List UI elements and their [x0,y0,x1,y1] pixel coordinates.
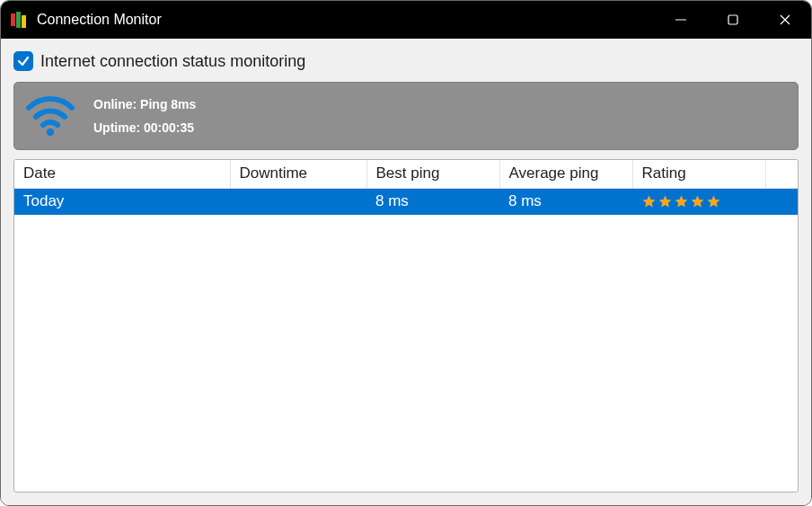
status-online-line: Online: Ping 8ms [93,97,196,111]
col-date[interactable]: Date [14,160,230,189]
col-spacer [765,160,798,189]
window-controls [655,1,811,39]
cell-downtime [230,189,366,216]
col-avg-ping[interactable]: Average ping [499,160,632,189]
star-icon [658,194,673,209]
status-panel: Online: Ping 8ms Uptime: 00:00:35 [13,82,799,150]
maximize-button[interactable] [707,1,759,39]
cell-avg-ping: 8 ms [499,189,632,216]
titlebar: Connection Monitor [1,1,811,39]
cell-date: Today [14,189,230,216]
app-window: Connection Monitor Internet connection s… [0,0,812,506]
cell-best-ping: 8 ms [366,189,499,216]
monitoring-checkbox[interactable] [13,51,33,71]
svg-point-7 [47,129,54,136]
status-uptime-line: Uptime: 00:00:35 [93,120,196,135]
svg-rect-0 [11,13,15,26]
svg-rect-1 [16,12,21,28]
monitoring-checkbox-label: Internet connection status monitoring [40,52,305,71]
window-title: Connection Monitor [37,12,655,28]
col-rating[interactable]: Rating [632,160,765,189]
cell-spacer [765,189,798,216]
history-table: Date Downtime Best ping Average ping Rat… [13,159,799,493]
star-icon [674,194,689,209]
monitoring-toggle-row: Internet connection status monitoring [13,51,799,71]
col-best-ping[interactable]: Best ping [366,160,499,189]
cell-rating [632,189,765,216]
minimize-button[interactable] [655,1,707,39]
col-downtime[interactable]: Downtime [230,160,366,189]
star-icon [641,194,657,209]
app-icon [10,11,28,29]
svg-rect-4 [728,15,737,24]
svg-rect-2 [22,15,26,28]
table-header-row: Date Downtime Best ping Average ping Rat… [14,160,798,189]
status-text: Online: Ping 8ms Uptime: 00:00:35 [93,97,196,135]
star-icon [690,194,705,209]
rating-stars [641,194,756,209]
wifi-icon [25,93,75,138]
close-button[interactable] [759,1,811,39]
table-row[interactable]: Today 8 ms 8 ms [14,189,798,216]
content-area: Internet connection status monitoring On… [1,39,811,505]
star-icon [706,194,721,209]
